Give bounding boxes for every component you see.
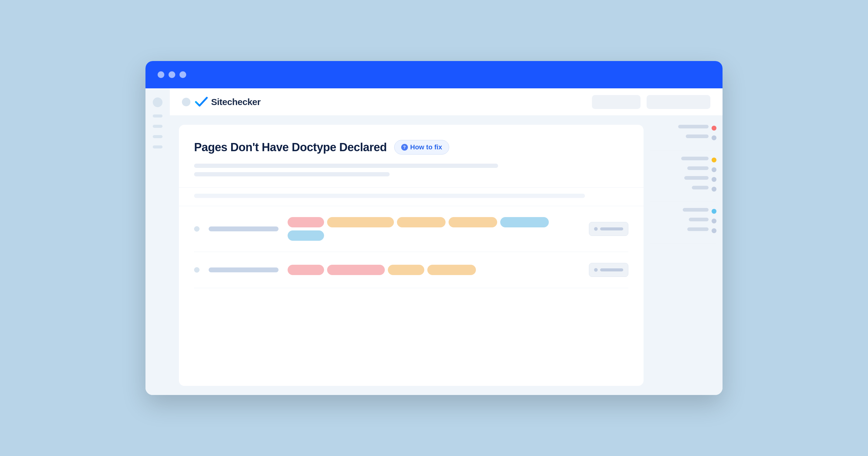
header-buttons	[592, 95, 710, 109]
rs-dot-gray-5	[712, 219, 716, 223]
rs-row-9	[650, 227, 716, 234]
table-row	[194, 252, 628, 288]
table-section	[194, 206, 628, 288]
rs-status-dot-blue	[712, 209, 716, 214]
right-sidebar	[644, 116, 722, 395]
rs-group-1	[650, 125, 716, 151]
row-tags-2	[288, 265, 580, 275]
logo-area: Sitechecker	[182, 97, 260, 107]
logo-text: Sitechecker	[211, 97, 260, 107]
rs-row-2	[650, 134, 716, 141]
row-action-button-1[interactable]	[589, 222, 628, 236]
tag-orange-2	[397, 217, 445, 227]
rs-row-7	[650, 208, 716, 215]
rs-bar-2b	[687, 166, 709, 170]
row-bullet-2	[194, 267, 199, 273]
rs-dot-gray-6	[712, 228, 716, 233]
rs-bar-3c	[687, 227, 709, 231]
header-button-2[interactable]	[647, 95, 710, 109]
rs-bar-2c	[684, 176, 709, 180]
row-action-button-2[interactable]	[589, 263, 628, 277]
sidebar-avatar	[153, 97, 162, 107]
rs-dot-gray-1	[712, 135, 716, 140]
action-dot-1	[594, 227, 598, 231]
rs-row-5	[650, 176, 716, 183]
rs-dot-gray-4	[712, 187, 716, 192]
tag-blue-2	[288, 230, 324, 241]
tag-pink-3	[327, 265, 385, 275]
description-bars	[194, 164, 628, 176]
sidebar-item-1[interactable]	[153, 115, 162, 118]
logo: Sitechecker	[195, 97, 260, 107]
tag-pink-2	[288, 265, 324, 275]
rs-status-dot-orange	[712, 158, 716, 162]
rs-dot-gray-2	[712, 167, 716, 172]
row-tags-1	[288, 217, 580, 241]
rs-dot-gray-3	[712, 177, 716, 182]
content-panel: Pages Don't Have Doctype Declared ? How …	[179, 125, 644, 386]
logo-circle	[182, 98, 190, 106]
app-header: Sitechecker	[170, 88, 722, 116]
rs-status-dot-red	[712, 126, 716, 131]
issue-header: Pages Don't Have Doctype Declared ? How …	[194, 140, 628, 155]
row-bullet-1	[194, 226, 199, 232]
rs-bar-3a	[683, 208, 709, 211]
action-dot-2	[594, 268, 598, 272]
window-dots	[158, 71, 186, 78]
rs-group-2	[650, 157, 716, 202]
tag-orange-5	[427, 265, 476, 275]
how-to-fix-icon: ?	[401, 144, 408, 151]
tag-orange-1	[327, 217, 394, 227]
desc-bar-1	[194, 164, 498, 168]
window-dot-2	[168, 71, 175, 78]
rs-row-6	[650, 186, 716, 193]
how-to-fix-label: How to fix	[410, 143, 442, 151]
main-content: Pages Don't Have Doctype Declared ? How …	[170, 116, 722, 395]
sidebar-nav	[146, 88, 170, 395]
window-dot-3	[180, 71, 186, 78]
row-url-2	[209, 267, 279, 272]
app-container: Sitechecker Pages Don't Have Doctype Dec…	[170, 88, 722, 395]
rs-group-3	[650, 208, 716, 243]
row-url-1	[209, 226, 279, 231]
rs-row-3	[650, 157, 716, 163]
logo-icon	[195, 97, 208, 107]
rs-row-4	[650, 166, 716, 173]
tag-pink-1	[288, 217, 324, 227]
rs-row-1	[650, 125, 716, 131]
divider-top	[179, 187, 644, 188]
issue-title: Pages Don't Have Doctype Declared	[194, 141, 387, 154]
rs-bar-1a	[678, 125, 709, 128]
header-button-1[interactable]	[592, 95, 641, 109]
rs-bar-2a	[681, 157, 709, 160]
action-bar-2	[600, 268, 623, 271]
browser-window: Sitechecker Pages Don't Have Doctype Dec…	[146, 61, 722, 395]
sidebar-item-2[interactable]	[153, 125, 162, 128]
tag-orange-3	[448, 217, 497, 227]
rs-bar-2d	[692, 186, 709, 190]
rs-bar-3b	[689, 218, 709, 221]
sidebar-item-4[interactable]	[153, 145, 162, 149]
table-row	[194, 206, 628, 252]
how-to-fix-button[interactable]: ? How to fix	[394, 140, 449, 155]
desc-bar-2	[194, 172, 390, 176]
action-bar-1	[600, 227, 623, 230]
tag-blue-1	[500, 217, 549, 227]
rs-bar-1b	[686, 134, 709, 138]
browser-body: Sitechecker Pages Don't Have Doctype Dec…	[146, 88, 722, 395]
browser-titlebar	[146, 61, 722, 88]
window-dot-1	[158, 71, 164, 78]
filter-bar	[194, 194, 585, 198]
rs-row-8	[650, 218, 716, 224]
tag-orange-4	[388, 265, 424, 275]
sidebar-item-3[interactable]	[153, 135, 162, 138]
